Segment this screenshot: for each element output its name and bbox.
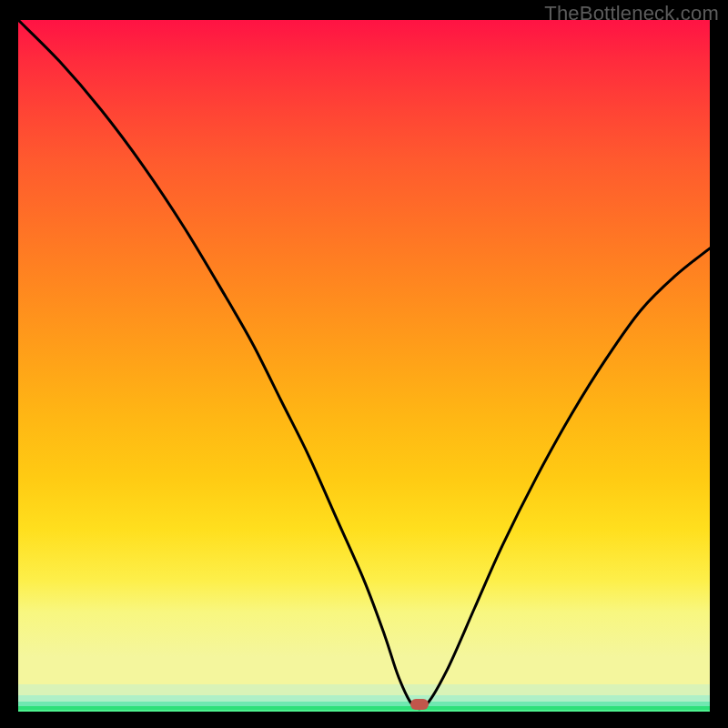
bottleneck-curve (18, 20, 710, 712)
watermark-text: TheBottleneck.com (544, 2, 719, 25)
optimal-point-marker (410, 699, 429, 710)
chart-frame: TheBottleneck.com (0, 0, 728, 728)
plot-area (18, 20, 710, 712)
